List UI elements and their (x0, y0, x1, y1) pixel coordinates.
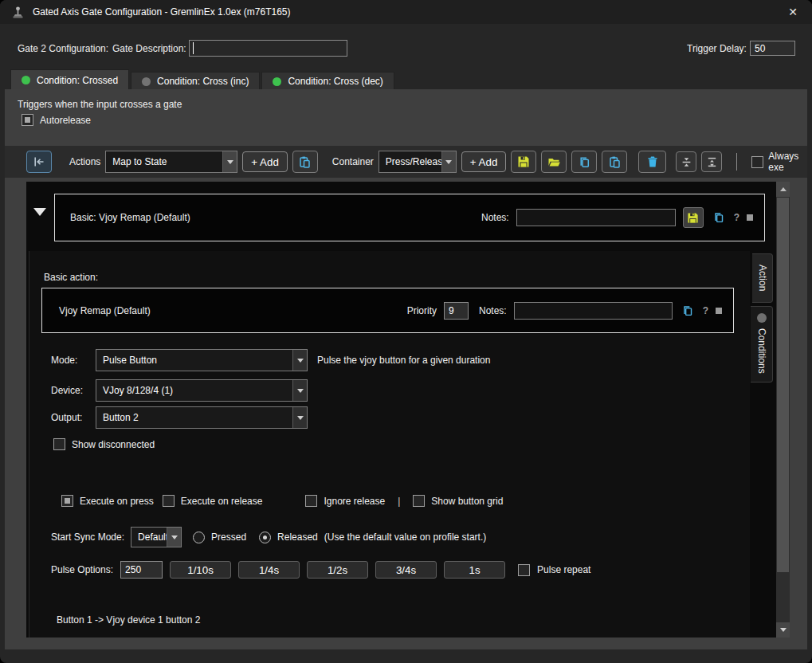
save-icon (517, 155, 530, 168)
gate-description-field[interactable] (189, 40, 347, 57)
tab-label: Condition: Cross (dec) (288, 76, 382, 87)
vjoy-remap-title: Vjoy Remap (Default) (59, 305, 151, 316)
execute-on-press-checkbox[interactable] (61, 495, 73, 507)
action-type-dropdown[interactable]: Map to State (105, 151, 237, 173)
show-disconnected-checkbox[interactable] (53, 438, 65, 450)
chevron-down-icon (292, 407, 307, 428)
scrollbar-thumb[interactable] (777, 198, 789, 572)
options-separator: | (398, 496, 400, 507)
load-profile-button[interactable] (541, 151, 567, 173)
chevron-down-icon (222, 151, 237, 172)
pressed-radio[interactable] (193, 532, 205, 543)
condition-status-dot (273, 77, 281, 86)
action-notes-input[interactable] (516, 209, 676, 226)
copy-action-button[interactable] (680, 303, 696, 319)
close-icon[interactable]: ✕ (783, 5, 802, 19)
folder-open-icon (547, 155, 561, 169)
help-button[interactable]: ? (734, 212, 739, 223)
tab-action[interactable]: Action (752, 253, 773, 303)
add-action-button[interactable]: + Add (242, 151, 287, 172)
paste-icon (298, 155, 312, 169)
gate-config-label: Gate 2 Configuration: (18, 43, 108, 54)
notes-label: Notes: (481, 212, 509, 223)
device-row: Device: VJoy 8/128/4 (1) (51, 379, 308, 402)
tab-condition-crossed[interactable]: Condition: Crossed (10, 69, 129, 90)
joystick-icon (10, 4, 25, 20)
tab-conditions[interactable]: Conditions (751, 306, 773, 382)
output-dropdown[interactable]: Button 2 (96, 406, 308, 429)
execute-on-press-label: Execute on press (80, 496, 154, 507)
tab-condition-cross-dec[interactable]: Condition: Cross (dec) (261, 72, 394, 90)
pulse-preset-button[interactable]: 1/2s (307, 561, 368, 579)
pulse-preset-button[interactable]: 1/4s (238, 561, 300, 579)
collapse-triangle-icon[interactable] (33, 208, 46, 216)
basic-action-section-label: Basic action: (44, 272, 98, 283)
show-button-grid-label: Show button grid (431, 496, 503, 507)
gate-configuration-dialog: Gated Axis Gate Configuration - GremlinE… (0, 0, 812, 663)
ignore-release-checkbox[interactable] (305, 495, 317, 507)
expand-actions-button[interactable] (701, 151, 722, 172)
execute-on-release-label: Execute on release (181, 496, 263, 507)
stop-icon[interactable] (716, 308, 722, 314)
chevron-down-icon (441, 151, 456, 172)
actions-label: Actions (69, 156, 100, 167)
scroll-up-icon[interactable] (776, 182, 790, 197)
gate-description-input[interactable] (189, 40, 347, 57)
scroll-down-icon[interactable] (776, 622, 790, 638)
vertical-scrollbar[interactable] (776, 182, 790, 638)
copy-action-button[interactable] (711, 210, 727, 226)
container-label: Container (332, 156, 374, 167)
container-type-dropdown[interactable]: Press/Release (379, 151, 457, 173)
help-button[interactable]: ? (703, 305, 708, 316)
pulse-preset-button[interactable]: 1s (444, 561, 505, 579)
delete-button[interactable] (638, 151, 666, 173)
released-radio[interactable] (259, 532, 271, 543)
action-scroll-area: Basic: Vjoy Remap (Default) Notes: (26, 182, 790, 638)
bar-arrow-left-icon (32, 155, 46, 169)
show-button-grid-checkbox[interactable] (413, 495, 425, 507)
always-execute-label: Always exe (768, 151, 807, 173)
pulse-preset-button[interactable]: 3/4s (375, 561, 437, 579)
autorelease-checkbox[interactable] (22, 114, 33, 126)
pulse-repeat-label: Pulse repeat (537, 564, 590, 575)
start-sync-dropdown[interactable]: Default (131, 527, 182, 547)
priority-input[interactable] (444, 302, 469, 320)
copy-container-button[interactable] (571, 151, 597, 173)
tab-label: Condition: Cross (inc) (157, 76, 249, 87)
pulse-preset-button[interactable]: 1/10s (170, 561, 231, 579)
condition-tabs: Condition: Crossed Condition: Cross (inc… (10, 69, 394, 90)
pulse-options-label: Pulse Options: (51, 564, 113, 575)
actions-toolbar: Actions Map to State + Add Container Pre… (5, 146, 807, 178)
pulse-duration-input[interactable] (120, 561, 163, 579)
mode-row: Mode: Pulse Button Pulse the vjoy button… (51, 349, 490, 371)
chevron-down-icon (167, 528, 181, 547)
vjoy-notes-input[interactable] (514, 302, 673, 320)
copy-icon (712, 211, 725, 224)
device-dropdown[interactable]: VJoy 8/128/4 (1) (96, 379, 308, 402)
action-header: Basic: Vjoy Remap (Default) Notes: (54, 194, 765, 241)
collapse-actions-button[interactable] (676, 151, 696, 172)
pulse-repeat-checkbox[interactable] (518, 564, 530, 576)
trigger-delay-input[interactable] (750, 41, 795, 56)
stop-icon[interactable] (747, 214, 753, 221)
paste-action-button[interactable] (292, 151, 318, 173)
condition-description: Triggers when the input crosses a gate (18, 99, 182, 110)
tab-label: Condition: Crossed (37, 75, 118, 86)
condition-status-dot (142, 77, 151, 86)
tab-condition-cross-inc[interactable]: Condition: Cross (inc) (131, 72, 260, 90)
always-execute-checkbox[interactable] (751, 156, 763, 168)
add-container-button[interactable]: + Add (461, 151, 506, 172)
reset-gate-button[interactable] (26, 151, 52, 173)
condition-status-dot (22, 76, 30, 84)
window-title: Gated Axis Gate Configuration - GremlinE… (33, 6, 290, 18)
mode-dropdown[interactable]: Pulse Button (96, 349, 308, 371)
chevron-down-icon (292, 380, 307, 401)
paste-icon (608, 155, 622, 169)
start-sync-row: Start Sync Mode: Default Pressed Release… (51, 526, 486, 548)
pulse-options-row: Pulse Options: 1/10s 1/4s 1/2s 3/4s 1s P… (51, 560, 590, 579)
paste-container-button[interactable] (602, 151, 627, 173)
save-notes-button[interactable] (683, 207, 704, 228)
ignore-release-label: Ignore release (324, 496, 385, 507)
save-profile-button[interactable] (511, 151, 536, 173)
execute-on-release-checkbox[interactable] (163, 495, 175, 507)
